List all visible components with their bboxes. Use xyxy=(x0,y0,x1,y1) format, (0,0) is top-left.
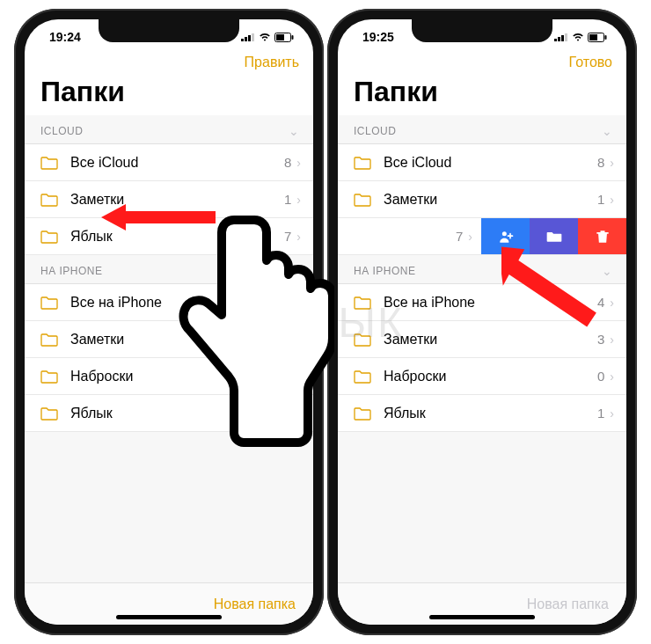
chevron-right-icon: › xyxy=(610,406,614,421)
chevron-right-icon: › xyxy=(296,156,301,170)
folder-count: 7 xyxy=(456,229,463,244)
new-folder-button-disabled: Новая папка xyxy=(527,596,609,612)
battery-icon xyxy=(274,33,294,42)
svg-point-14 xyxy=(501,231,506,236)
chevron-right-icon: › xyxy=(610,156,614,170)
svg-rect-0 xyxy=(241,39,244,41)
chevron-down-icon: ⌄ xyxy=(602,264,613,278)
folder-row[interactable]: Все iCloud 8 › xyxy=(338,144,626,181)
chevron-right-icon: › xyxy=(610,193,614,207)
pointing-hand-icon xyxy=(167,211,334,457)
svg-rect-8 xyxy=(558,37,560,41)
folder-icon xyxy=(40,370,58,384)
folder-icon xyxy=(354,333,371,347)
folder-row[interactable]: Яблык 1 › xyxy=(338,395,626,432)
folder-icon xyxy=(354,193,371,207)
chevron-down-icon: ⌄ xyxy=(602,124,613,138)
folder-row[interactable]: Наброски 0 › xyxy=(338,358,626,395)
folder-icon xyxy=(354,406,371,421)
folder-label: Яблык xyxy=(384,406,597,421)
home-indicator[interactable] xyxy=(116,615,222,619)
chevron-down-icon: ⌄ xyxy=(289,124,300,138)
folder-icon xyxy=(40,230,58,244)
battery-icon xyxy=(588,33,607,42)
folder-count: 8 xyxy=(597,155,604,170)
chevron-right-icon: › xyxy=(468,230,472,244)
signal-icon xyxy=(241,33,255,41)
navbar: Править xyxy=(25,53,313,74)
folder-icon xyxy=(40,296,58,310)
folder-count: 0 xyxy=(597,369,604,384)
folder-icon xyxy=(40,156,58,170)
section-label: ICLOUD xyxy=(354,125,396,137)
folder-count: 1 xyxy=(597,406,604,421)
folder-row[interactable]: Все iCloud 8 › xyxy=(25,144,313,181)
chevron-right-icon: › xyxy=(610,296,614,310)
section-icloud[interactable]: ICLOUD ⌄ xyxy=(338,115,626,144)
folder-label: Все iCloud xyxy=(384,155,597,171)
svg-rect-7 xyxy=(554,39,557,41)
edit-button[interactable]: Править xyxy=(245,55,299,70)
folder-label: Наброски xyxy=(384,369,597,384)
status-time: 19:24 xyxy=(49,30,81,44)
page-title: Папки xyxy=(338,74,626,115)
folder-icon xyxy=(354,156,371,170)
swiped-content: 7 › xyxy=(338,218,481,254)
status-icons xyxy=(241,33,294,42)
chevron-right-icon: › xyxy=(610,370,614,384)
navbar: Готово xyxy=(338,53,626,74)
status-time: 19:25 xyxy=(362,30,394,44)
notch xyxy=(99,19,239,42)
folder-label: Все iCloud xyxy=(70,155,284,171)
status-icons xyxy=(554,33,607,42)
home-indicator[interactable] xyxy=(429,615,535,619)
folder-row[interactable]: Заметки 1 › xyxy=(338,181,626,218)
svg-rect-13 xyxy=(605,35,607,40)
chevron-right-icon: › xyxy=(610,333,614,347)
folder-count: 1 xyxy=(597,192,604,207)
done-button[interactable]: Готово xyxy=(569,55,612,70)
folder-icon xyxy=(354,370,371,384)
svg-rect-9 xyxy=(561,35,564,41)
folder-label: Заметки xyxy=(384,192,597,208)
folder-count: 3 xyxy=(597,332,604,347)
svg-rect-10 xyxy=(565,33,567,41)
svg-rect-12 xyxy=(589,34,597,40)
pointer-arrow xyxy=(501,242,598,330)
folder-icon xyxy=(40,193,58,207)
folder-icon xyxy=(40,406,58,421)
folder-icon xyxy=(354,296,371,310)
svg-rect-6 xyxy=(292,35,294,40)
svg-rect-2 xyxy=(248,35,251,41)
new-folder-button[interactable]: Новая папка xyxy=(214,596,296,612)
svg-rect-5 xyxy=(276,34,284,40)
folder-count: 8 xyxy=(284,155,291,170)
spacer xyxy=(338,432,626,582)
folder-count: 4 xyxy=(597,295,604,310)
folder-count: 1 xyxy=(284,192,291,207)
folder-icon xyxy=(40,333,58,347)
wifi-icon xyxy=(259,33,271,41)
folder-label: Заметки xyxy=(384,332,597,348)
section-label: НА IPHONE xyxy=(40,265,103,277)
svg-rect-1 xyxy=(245,37,247,41)
section-label: ICLOUD xyxy=(40,125,83,137)
svg-rect-3 xyxy=(252,33,254,41)
section-label: НА IPHONE xyxy=(354,265,416,277)
section-icloud[interactable]: ICLOUD ⌄ xyxy=(25,115,313,144)
page-title: Папки xyxy=(25,74,313,115)
svg-marker-16 xyxy=(501,242,597,330)
signal-icon xyxy=(554,33,568,41)
wifi-icon xyxy=(572,33,584,41)
chevron-right-icon: › xyxy=(296,193,301,207)
notch xyxy=(412,19,552,42)
